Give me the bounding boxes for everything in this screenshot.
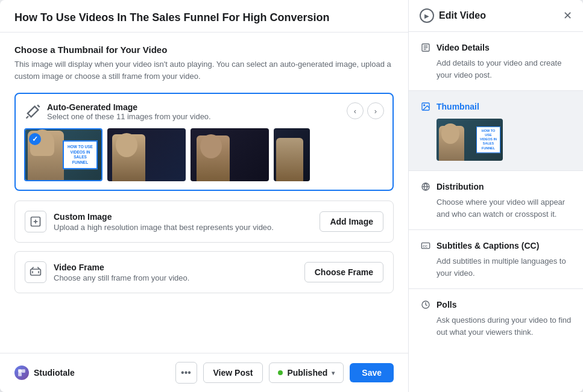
svg-rect-8: [22, 369, 25, 373]
distribution-desc: Choose where your video will appear and …: [420, 196, 572, 220]
video-frame-box: Video Frame Choose any still frame from …: [14, 251, 394, 293]
custom-image-icon: [25, 211, 46, 232]
nav-arrows: ‹ ›: [347, 102, 384, 119]
brand-area: Studiotale: [14, 366, 75, 380]
prev-button[interactable]: ‹: [347, 102, 364, 119]
video-title-header: How To Use Videos In The Sales Funnel Fo…: [0, 0, 408, 33]
video-frame-icon: [25, 261, 46, 283]
right-panel-title: Edit Video: [439, 10, 486, 21]
next-button[interactable]: ›: [367, 102, 384, 119]
right-panel: ▶ Edit Video ✕ Video Detai: [408, 0, 583, 392]
play-circle-icon: ▶: [420, 8, 434, 23]
brand-icon: [14, 366, 29, 380]
list-icon: [420, 42, 432, 54]
auto-gen-subtitle: Select one of these 11 images from your …: [47, 112, 211, 121]
published-label: Published: [287, 368, 327, 378]
thumbnail-preview: HOW TO USE VIDEOS IN SALES FUNNEL: [436, 119, 503, 161]
polls-section[interactable]: Polls Ask questions during your video to…: [409, 289, 583, 347]
polls-title: Polls: [436, 300, 456, 310]
custom-image-desc: Upload a high resolution image that best…: [54, 223, 274, 232]
poll-icon: [420, 299, 432, 311]
published-status-dot: [278, 370, 283, 375]
thumbnail-item-2[interactable]: [107, 128, 186, 181]
video-details-title: Video Details: [436, 43, 490, 52]
thumbnail-section-desc: This image will display when your video …: [14, 58, 394, 82]
distribution-section[interactable]: Distribution Choose where your video wil…: [409, 171, 583, 230]
wand-icon: [24, 104, 41, 120]
thumbnail-item-1[interactable]: HOW TO USE VIDEOS IN SALES FUNNEL: [24, 128, 102, 181]
svg-point-15: [424, 105, 425, 106]
thumbnail-item-3[interactable]: [191, 128, 269, 181]
thumbnail-section-title: Choose a Thumbnail for Your Video: [14, 45, 394, 55]
modal-container: How To Use Videos In The Sales Funnel Fo…: [0, 0, 583, 392]
image-icon: [420, 101, 432, 113]
add-image-button[interactable]: Add Image: [320, 211, 383, 232]
video-frame-desc: Choose any still frame from your video.: [54, 273, 189, 282]
svg-text:CC: CC: [423, 244, 427, 248]
distribution-title: Distribution: [436, 182, 484, 191]
brand-name: Studiotale: [34, 368, 75, 378]
svg-line-0: [37, 105, 40, 108]
globe-icon: [420, 181, 432, 193]
left-content: Choose a Thumbnail for Your Video This i…: [0, 33, 408, 353]
subtitles-title: Subtitles & Captions (CC): [436, 241, 539, 250]
left-footer: Studiotale ••• View Post Published ▾ Sav…: [0, 353, 408, 392]
close-button[interactable]: ✕: [563, 10, 572, 21]
video-title: How To Use Videos In The Sales Funnel Fo…: [14, 11, 394, 25]
published-button[interactable]: Published ▾: [269, 362, 344, 383]
choose-frame-button[interactable]: Choose Frame: [304, 262, 383, 282]
thumbnail-section[interactable]: Thumbnail HOW TO USE VIDEOS IN SALES FUN…: [409, 91, 583, 171]
auto-generated-box: Auto-Generated Image Select one of these…: [14, 93, 394, 191]
subtitles-desc: Add subtitles in multiple languages to y…: [420, 255, 572, 279]
video-frame-title: Video Frame: [54, 263, 189, 272]
video-details-desc: Add details to your video and create you…: [420, 57, 572, 81]
save-button[interactable]: Save: [350, 363, 394, 382]
auto-gen-title: Auto-Generated Image: [47, 102, 211, 112]
thumbnail-preview-text: HOW TO USE VIDEOS IN SALES FUNNEL: [476, 126, 500, 153]
view-post-button[interactable]: View Post: [203, 362, 263, 383]
video-details-section[interactable]: Video Details Add details to your video …: [409, 32, 583, 91]
svg-rect-9: [18, 373, 22, 376]
cc-icon: CC: [420, 240, 432, 252]
thumbnail-section-title-right: Thumbnail: [436, 102, 479, 111]
published-chevron-icon: ▾: [332, 370, 335, 376]
left-panel: How To Use Videos In The Sales Funnel Fo…: [0, 0, 408, 392]
custom-image-box: Custom Image Upload a high resolution im…: [14, 201, 394, 243]
polls-desc: Ask questions during your video to find …: [420, 314, 572, 338]
right-panel-header: ▶ Edit Video ✕: [409, 0, 583, 32]
custom-image-title: Custom Image: [54, 212, 274, 222]
thumbnails-row: HOW TO USE VIDEOS IN SALES FUNNEL: [24, 128, 384, 181]
right-panel-content: Video Details Add details to your video …: [409, 32, 583, 392]
svg-rect-7: [18, 369, 22, 373]
more-options-button[interactable]: •••: [175, 362, 197, 384]
thumbnail-item-4[interactable]: [274, 128, 310, 181]
subtitles-section[interactable]: CC Subtitles & Captions (CC) Add subtitl…: [409, 230, 583, 289]
